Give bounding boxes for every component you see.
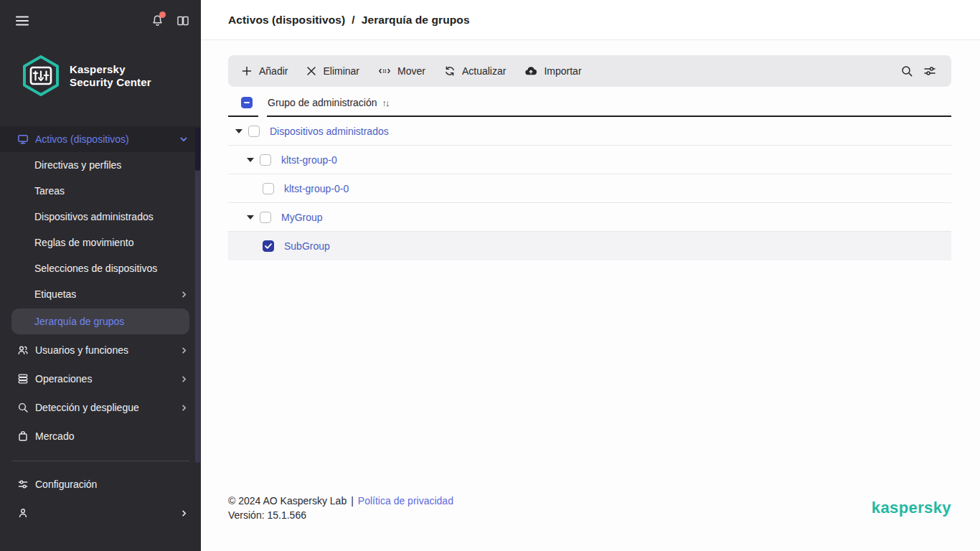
search-button[interactable] xyxy=(895,60,918,83)
sidebar-item-label: Etiquetas xyxy=(34,288,180,300)
sidebar-divider xyxy=(11,461,189,461)
search-icon xyxy=(17,402,29,413)
bag-icon xyxy=(17,430,29,442)
sidebar-item-label: Dispositivos administrados xyxy=(34,211,188,222)
group-link[interactable]: MyGroup xyxy=(281,212,323,223)
footer-separator: | xyxy=(351,494,354,508)
chevron-right-icon xyxy=(180,404,188,412)
filter-settings-button[interactable] xyxy=(918,60,941,83)
refresh-button[interactable]: Actualizar xyxy=(444,65,506,77)
breadcrumb-activos[interactable]: Activos (dispositivos) xyxy=(228,14,345,27)
move-icon xyxy=(378,65,391,77)
sidebar-item-etiquetas[interactable]: Etiquetas xyxy=(0,281,201,307)
delete-button[interactable]: Eliminar xyxy=(306,65,359,77)
kaspersky-wordmark: kaspersky xyxy=(872,499,951,517)
sidebar-item-deteccion-y-despliegue[interactable]: Detección y despliegue xyxy=(0,393,201,422)
table-row: kltst-group-0-0 xyxy=(228,174,951,203)
move-button-label: Mover xyxy=(397,65,425,77)
sidebar-item-usuarios-y-funciones[interactable]: Usuarios y funciones xyxy=(0,336,201,364)
sidebar-item-dispositivos-administrados[interactable]: Dispositivos administrados xyxy=(0,204,201,230)
menu-icon[interactable] xyxy=(16,16,29,26)
expander-icon[interactable] xyxy=(247,215,260,220)
sidebar-item-mercado[interactable]: Mercado xyxy=(0,422,201,451)
notification-badge xyxy=(159,11,166,18)
chevron-right-icon xyxy=(180,375,188,383)
sidebar-item-label: Selecciones de dispositivos xyxy=(34,263,188,274)
sidebar: Kaspersky Security Center Activos (dispo… xyxy=(0,0,201,551)
book-icon xyxy=(176,15,189,27)
person-icon xyxy=(17,507,29,519)
group-link[interactable]: Dispositivos administrados xyxy=(270,126,389,137)
expander-icon[interactable] xyxy=(247,158,260,162)
privacy-policy-link[interactable]: Política de privacidad xyxy=(358,494,453,508)
sidebar-item-label: Configuración xyxy=(35,479,188,490)
close-icon xyxy=(306,66,316,76)
table-row: Dispositivos administrados xyxy=(228,117,951,146)
row-checkbox[interactable] xyxy=(263,183,274,194)
sidebar-item-jerarquia-de-grupos[interactable]: Jerarquía de grupos xyxy=(11,309,189,334)
sidebar-item-configuracion[interactable]: Configuración xyxy=(0,470,201,499)
breadcrumb-separator: / xyxy=(352,14,354,27)
sidebar-item-operaciones[interactable]: Operaciones xyxy=(0,364,201,393)
sidebar-item-selecciones-de-dispositivos[interactable]: Selecciones de dispositivos xyxy=(0,255,201,281)
sidebar-item-directivas-y-perfiles[interactable]: Directivas y perfiles xyxy=(0,152,201,178)
row-checkbox[interactable] xyxy=(260,154,271,166)
sidebar-item-label: Directivas y perfiles xyxy=(34,159,188,171)
chevron-right-icon xyxy=(180,509,188,517)
sidebar-scrollbar-thumb[interactable] xyxy=(195,128,200,171)
sliders-icon xyxy=(17,479,29,490)
sidebar-item-label: Jerarquía de grupos xyxy=(34,316,124,327)
move-button[interactable]: Mover xyxy=(378,65,425,77)
row-checkbox-checked[interactable] xyxy=(263,240,274,252)
search-icon xyxy=(900,65,913,77)
version-text: Versión: 15.1.566 xyxy=(228,508,453,522)
select-all-checkbox[interactable] xyxy=(241,97,253,108)
expander-icon[interactable] xyxy=(235,129,248,133)
sidebar-item-label: Usuarios y funciones xyxy=(35,344,180,356)
sidebar-item-user-account[interactable] xyxy=(0,499,201,527)
main-area: Activos (dispositivos) / Jerarquía de gr… xyxy=(201,0,980,551)
row-checkbox[interactable] xyxy=(248,126,260,137)
table-row: MyGroup xyxy=(228,203,951,232)
sidebar-item-label: Activos (dispositivos) xyxy=(35,133,179,145)
delete-button-label: Eliminar xyxy=(323,65,359,77)
sidebar-item-label: Tareas xyxy=(34,185,188,197)
page-footer: © 2024 AO Kaspersky Lab | Política de pr… xyxy=(228,494,951,551)
import-button[interactable]: Importar xyxy=(524,65,581,77)
group-link[interactable]: SubGroup xyxy=(284,240,330,252)
sidebar-scrollbar[interactable] xyxy=(195,128,200,463)
documentation-button[interactable] xyxy=(176,15,189,27)
breadcrumb: Activos (dispositivos) / Jerarquía de gr… xyxy=(228,14,470,27)
group-link[interactable]: kltst-group-0 xyxy=(281,154,337,166)
plus-icon xyxy=(241,65,253,77)
sidebar-item-label: Operaciones xyxy=(35,373,180,385)
brand[interactable]: Kaspersky Security Center xyxy=(0,27,201,98)
page-header: Activos (dispositivos) / Jerarquía de gr… xyxy=(201,0,980,40)
group-link[interactable]: kltst-group-0-0 xyxy=(284,183,349,194)
column-header-grupo[interactable]: Grupo de administración ↑↓ xyxy=(268,97,389,108)
table-row: kltst-group-0 xyxy=(228,146,951,174)
notifications-button[interactable] xyxy=(151,14,164,27)
users-icon xyxy=(17,344,29,356)
sidebar-item-label: Detección y despliegue xyxy=(35,402,180,413)
sidebar-item-label: Reglas de movimiento xyxy=(34,237,188,248)
sort-arrows-icon[interactable]: ↑↓ xyxy=(382,98,389,108)
add-button-label: Añadir xyxy=(259,65,288,77)
add-button[interactable]: Añadir xyxy=(241,65,288,77)
import-button-label: Importar xyxy=(544,65,581,77)
brand-title-line1: Kaspersky xyxy=(70,63,151,76)
chevron-right-icon xyxy=(180,347,188,354)
brand-title-line2: Security Center xyxy=(70,76,151,89)
column-header-label: Grupo de administración xyxy=(268,97,377,108)
toolbar: Añadir Eliminar Mover Actualizar Importa… xyxy=(228,55,951,87)
sidebar-item-label: Mercado xyxy=(35,430,188,442)
table-header: Grupo de administración ↑↓ xyxy=(228,90,951,116)
refresh-button-label: Actualizar xyxy=(462,65,506,77)
sidebar-item-reglas-de-movimiento[interactable]: Reglas de movimiento xyxy=(0,230,201,255)
sidebar-item-activos-dispositivos[interactable]: Activos (dispositivos) xyxy=(0,126,201,152)
filter-icon xyxy=(923,65,937,77)
row-checkbox[interactable] xyxy=(260,212,271,223)
sidebar-item-tareas[interactable]: Tareas xyxy=(0,178,201,204)
content: Añadir Eliminar Mover Actualizar Importa… xyxy=(201,40,980,551)
cloud-upload-icon xyxy=(524,65,537,77)
